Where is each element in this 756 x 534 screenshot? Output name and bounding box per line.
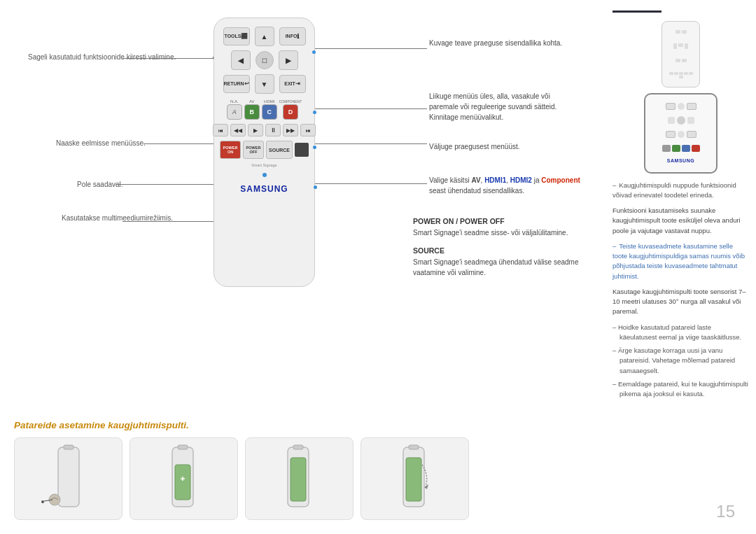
b-button[interactable]: B <box>244 104 260 120</box>
info-line <box>315 48 427 49</box>
source-button[interactable]: SOURCE <box>266 141 293 159</box>
battery-svg-1 <box>37 444 100 514</box>
pause-button[interactable]: ⏸ <box>265 124 281 136</box>
enter-button[interactable]: ⬚ <box>255 51 274 69</box>
up-button[interactable]: ▲ <box>255 27 274 46</box>
media-row: ⏮ ◀◀ ▶ ⏸ ▶▶ ⏭ <box>213 124 316 136</box>
multimedia-line <box>122 221 219 222</box>
tools-annotation: Sageli kasutatuid funktsioonide kiiresti… <box>28 52 176 62</box>
notavail-annotation: Pole saadaval. <box>77 180 123 190</box>
notavail-line <box>115 184 219 185</box>
left-button[interactable]: ◀ <box>231 50 251 70</box>
battery-svg-3 <box>268 444 331 514</box>
color-line <box>315 183 427 184</box>
exit-dot <box>313 146 316 149</box>
bottom-title: Patareide asetamine kaugjuhtimispulti. <box>14 420 532 430</box>
large-thumb-row3 <box>666 131 696 138</box>
nav-annotation: Liikuge menüüs üles, alla, vasakule või … <box>429 91 569 122</box>
svg-rect-15 <box>406 458 421 501</box>
large-remote-container: SAMSUNG <box>612 93 749 174</box>
power-source-section: POWER ON / POWER OFF Smart Signage'i sea… <box>413 217 588 278</box>
thumb-row-2 <box>673 43 688 49</box>
tools-line <box>122 58 214 59</box>
down-button[interactable]: ▼ <box>255 74 274 94</box>
tools-button[interactable]: TOOLS ⬛ <box>223 27 250 45</box>
power-off-button[interactable]: POWER OFF <box>243 141 264 159</box>
svg-rect-11 <box>293 445 303 449</box>
large-remote-thumb: SAMSUNG <box>644 93 718 174</box>
btn-c-group: HDMI C <box>262 99 277 120</box>
samsung-logo: SAMSUNG <box>240 184 288 194</box>
stop-button[interactable] <box>295 143 309 157</box>
skip-forward-button[interactable]: ⏭ <box>300 124 316 136</box>
far-right-note3: –Teiste kuvaseadmete kasutamine selle to… <box>612 241 749 281</box>
a-button[interactable]: A <box>227 104 242 120</box>
play-button[interactable]: ▶ <box>248 124 263 136</box>
small-remote-container <box>612 21 749 87</box>
info-button[interactable]: INFO ℹ <box>279 27 306 45</box>
svg-rect-0 <box>58 447 79 507</box>
btn-d-group: COMPONENT D <box>279 99 302 120</box>
remote-area: Sageli kasutatuid funktsioonide kiiresti… <box>14 14 413 315</box>
right-button[interactable]: ▶ <box>279 50 298 70</box>
battery-svg-4 <box>384 444 447 514</box>
remote-row-1: TOOLS ⬛ ▲ INFO ℹ <box>220 27 309 46</box>
far-right-bullet2: – Ärge kasutage korraga uusi ja vanu pat… <box>612 346 749 376</box>
fast-forward-button[interactable]: ▶▶ <box>283 124 298 136</box>
c-button[interactable]: C <box>262 104 277 120</box>
large-thumb-row2 <box>668 116 694 125</box>
return-button[interactable]: RETURN ↩ <box>223 75 250 93</box>
rewind-button[interactable]: ◀◀ <box>230 124 246 136</box>
thumb-row-1 <box>676 30 687 34</box>
battery-step-1 <box>14 437 122 520</box>
smart-signage-label: Smart Signage <box>251 163 276 167</box>
return-annotation: Naaske eelmisse menüüsse. <box>56 139 146 148</box>
remote-indicator-dot <box>262 173 267 177</box>
far-right-bullet3: – Eemaldage patareid, kui te kaugjuhtimi… <box>612 379 749 400</box>
power-text: Smart Signage'i seadme sisse- või väljal… <box>413 227 588 238</box>
info-dot <box>312 50 316 54</box>
nav-line <box>315 108 427 109</box>
color-buttons-row: N.A. A AV B HDMI C COMPONENT D <box>220 99 309 120</box>
far-right-note2: Funktsiooni kasutamiseks suunake kaugjuh… <box>612 206 749 236</box>
thumb-row-3 <box>676 59 687 62</box>
thumb-grid <box>668 72 693 78</box>
battery-step-4 <box>360 437 469 520</box>
svg-rect-6 <box>178 445 188 449</box>
far-right-note1: –Kaugjuhtimispuldi nuppude funktsioonid … <box>612 181 749 201</box>
small-remote-1 <box>662 21 700 87</box>
svg-point-4 <box>41 500 44 503</box>
source-title: SOURCE <box>413 246 588 255</box>
far-right-note4: Kasutage kaugjuhtimispulti toote sensori… <box>612 287 749 317</box>
large-thumb-logo: SAMSUNG <box>667 158 694 163</box>
exit-annotation: Väljuge praegusest menüüst. <box>429 142 569 152</box>
info-annotation: Kuvage teave praeguse sisendallika kohta… <box>429 38 569 48</box>
svg-rect-12 <box>290 458 306 501</box>
d-button[interactable]: D <box>283 104 298 120</box>
power-title: POWER ON / POWER OFF <box>413 217 588 225</box>
skip-back-button[interactable]: ⏮ <box>213 124 228 136</box>
remote-row-2: ◀ ⬚ ▶ <box>220 50 309 70</box>
svg-rect-14 <box>409 445 419 449</box>
page-container: Sageli kasutatuid funktsioonide kiiresti… <box>0 0 756 534</box>
source-text: Smart Signage'i seadmega ühendatud välis… <box>413 257 588 278</box>
top-dash-line <box>612 10 662 13</box>
bottom-section: Patareide asetamine kaugjuhtimispulti. <box>14 420 532 520</box>
svg-rect-1 <box>64 445 74 449</box>
battery-images-row <box>14 437 532 520</box>
color-dot <box>314 185 317 189</box>
far-right-bullet1: – Hoidke kasutatud patareid laste käeula… <box>612 323 749 343</box>
exit-button[interactable]: EXIT ⇥ <box>279 75 306 93</box>
btn-a-group: N.A. A <box>227 99 242 120</box>
far-right-section: SAMSUNG –Kaugjuhtimispuldi nuppude funkt… <box>612 10 749 402</box>
nav-dot <box>313 111 316 114</box>
remote-control: TOOLS ⬛ ▲ INFO ℹ ◀ ⬚ ▶ RETURN ↩ <box>214 17 315 287</box>
power-on-button[interactable]: POWER ON <box>220 141 241 159</box>
large-thumb-row1 <box>666 103 696 110</box>
remote-row-3: RETURN ↩ ▼ EXIT ⇥ <box>220 74 309 94</box>
battery-step-2 <box>130 437 238 520</box>
exit-line <box>315 143 427 144</box>
battery-svg-2 <box>153 444 216 514</box>
large-thumb-color-row <box>662 145 700 152</box>
svg-marker-16 <box>424 484 428 489</box>
